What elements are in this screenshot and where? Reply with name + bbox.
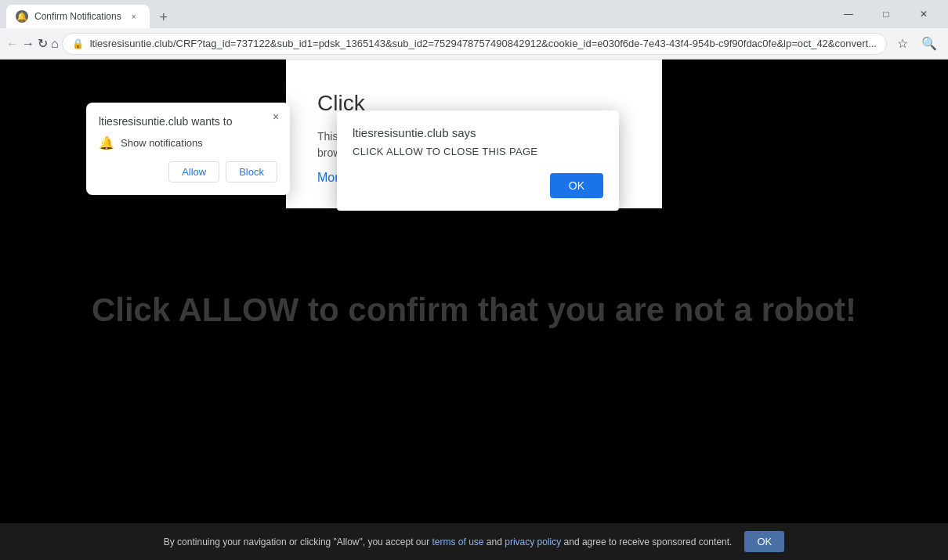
- page-content: Click This uebrow More info Click ALLOW …: [0, 60, 948, 560]
- bottom-ok-button[interactable]: OK: [744, 531, 784, 552]
- minimize-button[interactable]: —: [830, 0, 867, 28]
- star-button[interactable]: ☆: [890, 31, 915, 56]
- bottom-text-1: By continuing your navigation or clickin…: [164, 537, 432, 547]
- tab-close-button[interactable]: ×: [128, 10, 140, 23]
- extensions-button[interactable]: 🧩: [943, 31, 948, 56]
- toolbar: ← → ↻ ⌂ 🔒 ltiesresisuntie.club/CRF?tag_i…: [0, 28, 948, 60]
- alert-title: ltiesresisuntie.club says: [353, 126, 603, 139]
- tab-title: Confirm Notifications: [34, 11, 121, 22]
- back-button[interactable]: ←: [6, 31, 19, 56]
- close-button[interactable]: ✕: [906, 0, 942, 28]
- alert-message: CLICK ALLOW TO CLOSE THIS PAGE: [353, 146, 603, 157]
- alert-buttons: OK: [353, 173, 603, 198]
- browser-frame: 🔔 Confirm Notifications × + — □ ✕ ← → ↻ …: [0, 0, 948, 560]
- home-button[interactable]: ⌂: [51, 31, 59, 56]
- allow-button[interactable]: Allow: [168, 161, 219, 182]
- tab-strip: 🔔 Confirm Notifications × +: [6, 0, 827, 28]
- notification-popup-title: ltiesresisuntie.club wants to: [99, 115, 277, 128]
- search-button[interactable]: 🔍: [917, 31, 942, 56]
- maximize-button[interactable]: □: [868, 0, 904, 28]
- lock-icon: 🔒: [72, 38, 84, 49]
- address-bar[interactable]: 🔒 ltiesresisuntie.club/CRF?tag_id=737122…: [62, 33, 887, 55]
- bottom-bar-text: By continuing your navigation or clickin…: [164, 537, 733, 547]
- block-button[interactable]: Block: [226, 161, 277, 182]
- toolbar-actions: ☆ 🔍 🧩 ⚙ 👤 ⋮: [890, 31, 948, 56]
- background-text: Click ALLOW to confirm that you are not …: [92, 291, 856, 329]
- bottom-bar: By continuing your navigation or clickin…: [0, 523, 948, 560]
- notification-buttons: Allow Block: [99, 161, 277, 182]
- bell-icon: 🔔: [99, 135, 114, 150]
- notification-permission-popup: × ltiesresisuntie.club wants to 🔔 Show n…: [86, 103, 290, 195]
- notification-row: 🔔 Show notifications: [99, 135, 277, 150]
- show-notifications-label: Show notifications: [121, 137, 203, 149]
- forward-button[interactable]: →: [22, 31, 34, 56]
- privacy-link[interactable]: privacy policy: [505, 537, 561, 547]
- terms-link[interactable]: terms of use: [432, 537, 483, 547]
- reload-button[interactable]: ↻: [38, 31, 48, 56]
- address-text: ltiesresisuntie.club/CRF?tag_id=737122&s…: [90, 38, 877, 49]
- notification-popup-close[interactable]: ×: [268, 109, 284, 125]
- title-bar: 🔔 Confirm Notifications × + — □ ✕: [0, 0, 948, 28]
- alert-ok-button[interactable]: OK: [550, 173, 603, 198]
- window-controls: — □ ✕: [830, 0, 942, 28]
- alert-dialog: ltiesresisuntie.club says CLICK ALLOW TO…: [337, 110, 619, 211]
- active-tab[interactable]: 🔔 Confirm Notifications ×: [6, 5, 150, 28]
- new-tab-button[interactable]: +: [153, 6, 175, 28]
- tab-favicon: 🔔: [16, 10, 28, 23]
